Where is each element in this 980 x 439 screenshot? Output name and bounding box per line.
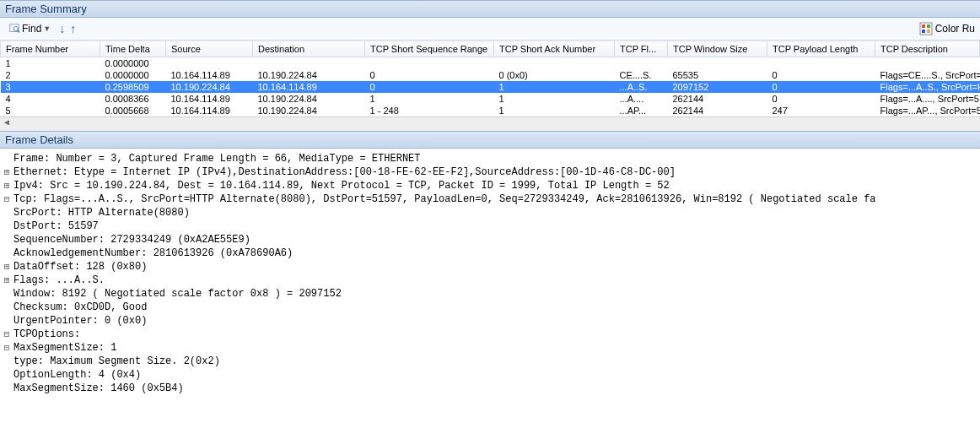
tree-row[interactable]: DstPort: 51597 [0,220,980,233]
tree-row[interactable]: ⊞ DataOffset: 128 (0x80) [0,260,980,274]
expand-icon[interactable]: ⊞ [0,165,13,179]
table-row[interactable]: 40.000836610.164.114.8910.190.224.8411..… [1,93,980,105]
tree-row[interactable]: ⊞Ethernet: Etype = Internet IP (IPv4),De… [0,165,980,179]
column-header-tcpDesc[interactable]: TCP Description [875,41,980,57]
find-label: Find [22,23,41,35]
find-dropdown-icon: ▼ [43,24,51,33]
prev-button[interactable]: ↑ [70,22,76,35]
column-header-tcpFlags[interactable]: TCP Fl... [615,41,668,57]
column-header-frameNumber[interactable]: Frame Number [1,41,100,57]
collapse-icon[interactable]: ⊟ [0,328,13,341]
cell-frameNumber: 2 [1,69,100,81]
tree-row[interactable]: SequenceNumber: 2729334249 (0xA2AE55E9) [0,233,980,247]
cell-tcpDesc: Flags=...A..S., SrcPort=HTTP Alternate(8… [875,81,980,93]
cell-tcpSeqRange: 1 [365,93,494,105]
frame-details-header: Frame Details [0,131,980,149]
tree-text: Ethernet: Etype = Internet IP (IPv4),Des… [13,165,676,179]
frame-details-title: Frame Details [5,133,73,146]
color-rules-button[interactable]: Color Ru [919,22,975,35]
svg-rect-7 [927,30,930,33]
frame-details-tree[interactable]: Frame: Number = 3, Captured Frame Length… [0,149,980,398]
tree-row[interactable]: Frame: Number = 3, Captured Frame Length… [0,152,980,165]
cell-tcpAckNum: 1 [494,105,615,117]
tree-row[interactable]: MaxSegmentSize: 1460 (0x5B4) [0,382,980,395]
cell-tcpSeqRange [365,57,494,70]
tree-text: SequenceNumber: 2729334249 (0xA2AE55E9) [13,233,250,247]
tree-row[interactable]: type: Maximum Segment Size. 2(0x2) [0,355,980,368]
table-row[interactable]: 30.259850910.190.224.8410.164.114.8901..… [1,81,980,93]
cell-frameNumber: 3 [1,81,100,93]
column-header-source[interactable]: Source [166,41,253,57]
cell-tcpAckNum: 1 [494,93,615,105]
find-button[interactable]: Find ▼ [5,22,54,35]
cell-tcpSeqRange: 1 - 248 [365,105,494,117]
svg-rect-5 [927,24,930,28]
column-header-tcpWinSize[interactable]: TCP Window Size [668,41,767,57]
tree-row[interactable]: Checksum: 0xCD0D, Good [0,301,980,314]
cell-tcpWinSize: 65535 [668,69,767,81]
tree-text: Ipv4: Src = 10.190.224.84, Dest = 10.164… [13,179,670,192]
frame-summary-title: Frame Summary [5,3,87,15]
cell-tcpDesc: Flags=...A...., SrcPort=51597, DstPort=H… [875,93,980,105]
frame-summary-header: Frame Summary [0,0,980,18]
tree-row[interactable]: SrcPort: HTTP Alternate(8080) [0,206,980,220]
table-row[interactable]: 10.0000000 [1,57,980,70]
tree-row[interactable]: ⊟ TCPOptions: [0,328,980,341]
cell-tcpWinSize: 262144 [668,105,767,117]
tree-row[interactable]: AcknowledgementNumber: 2810613926 (0xA78… [0,247,980,260]
cell-tcpPayload: 0 [767,69,875,81]
next-button[interactable]: ↓ [59,22,65,35]
cell-tcpSeqRange: 0 [365,81,494,93]
tree-text: OptionLength: 4 (0x4) [13,368,141,382]
column-header-timeDelta[interactable]: Time Delta [100,41,166,57]
cell-tcpAckNum [494,57,615,70]
tree-text: Flags: ...A..S. [13,274,105,287]
horizontal-scrollbar[interactable] [0,117,980,131]
tree-row[interactable]: Window: 8192 ( Negotiated scale factor 0… [0,287,980,301]
expand-icon[interactable]: ⊞ [0,179,13,192]
tree-row[interactable]: OptionLength: 4 (0x4) [0,368,980,382]
expand-icon[interactable]: ⊞ [0,260,13,274]
table-row[interactable]: 50.000566810.164.114.8910.190.224.841 - … [1,105,980,117]
svg-line-2 [18,30,20,33]
cell-frameNumber: 5 [1,105,100,117]
collapse-icon[interactable]: ⊟ [0,341,13,355]
tree-row[interactable]: ⊟ MaxSegmentSize: 1 [0,341,980,355]
cell-tcpPayload: 247 [767,105,875,117]
color-rules-label: Color Ru [935,23,975,35]
tree-text: UrgentPointer: 0 (0x0) [13,314,147,328]
tree-text: type: Maximum Segment Size. 2(0x2) [13,355,220,368]
cell-destination: 10.164.114.89 [253,81,365,93]
cell-source [166,57,253,70]
tree-text: MaxSegmentSize: 1460 (0x5B4) [13,382,184,395]
cell-tcpAckNum: 1 [494,81,615,93]
cell-timeDelta: 0.0005668 [100,105,166,117]
column-header-destination[interactable]: Destination [253,41,365,57]
cell-destination [253,57,365,70]
tree-text: MaxSegmentSize: 1 [13,341,116,355]
cell-tcpPayload: 0 [767,93,875,105]
collapse-icon[interactable]: ⊟ [0,192,13,206]
cell-tcpDesc: Flags=CE....S., SrcPort=51597, DstPort=H… [875,69,980,81]
cell-frameNumber: 4 [1,93,100,105]
cell-tcpDesc: Flags=...AP..., SrcPort=51597, DstPort=H… [875,105,980,117]
column-header-tcpPayload[interactable]: TCP Payload Length [767,41,875,57]
column-header-tcpSeqRange[interactable]: TCP Short Sequence Range [365,41,494,57]
cell-frameNumber: 1 [1,57,100,70]
tree-text: TCPOptions: [13,328,80,341]
cell-source: 10.164.114.89 [166,105,253,117]
tree-row[interactable]: ⊞Ipv4: Src = 10.190.224.84, Dest = 10.16… [0,179,980,192]
tree-row[interactable]: ⊞ Flags: ...A..S. [0,274,980,287]
tree-text: Tcp: Flags=...A..S., SrcPort=HTTP Altern… [13,192,876,206]
tree-row[interactable]: UrgentPointer: 0 (0x0) [0,314,980,328]
tree-text: SrcPort: HTTP Alternate(8080) [13,206,190,220]
frame-summary-table[interactable]: Frame NumberTime DeltaSourceDestinationT… [0,41,980,117]
tree-row[interactable]: ⊟Tcp: Flags=...A..S., SrcPort=HTTP Alter… [0,192,980,206]
cell-timeDelta: 0.2598509 [100,81,166,93]
cell-tcpDesc [875,57,980,70]
tree-text: Window: 8192 ( Negotiated scale factor 0… [13,287,342,301]
column-header-tcpAckNum[interactable]: TCP Short Ack Number [494,41,615,57]
cell-timeDelta: 0.0008366 [100,93,166,105]
expand-icon[interactable]: ⊞ [0,274,13,287]
table-row[interactable]: 20.000000010.164.114.8910.190.224.8400 (… [1,69,980,81]
